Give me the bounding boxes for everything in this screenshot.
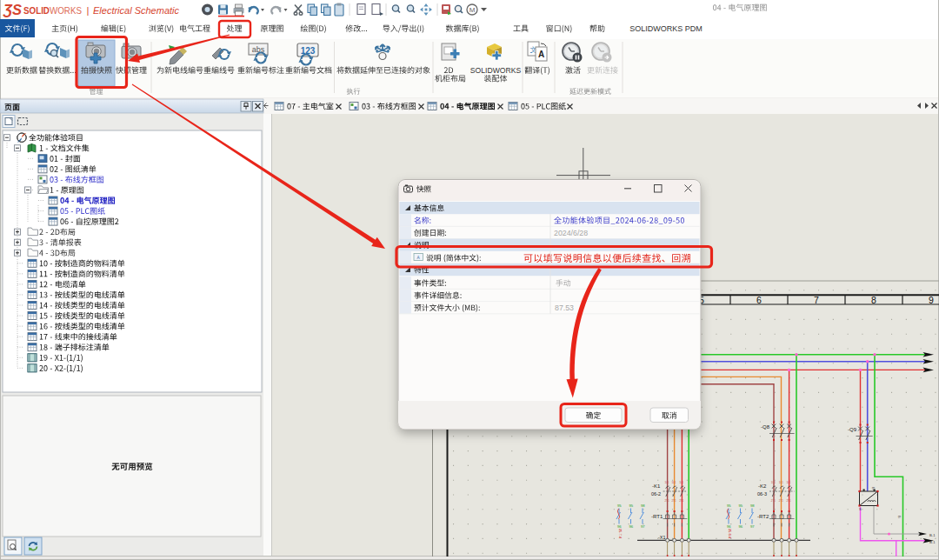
svg-text:A: A xyxy=(538,50,544,59)
svg-text:6: 6 xyxy=(756,295,762,305)
svg-text:95: 95 xyxy=(727,503,731,508)
svg-text:2T1: 2T1 xyxy=(671,499,676,503)
svg-text:|: | xyxy=(87,5,90,16)
svg-text:SOLIDWORKS: SOLIDWORKS xyxy=(23,4,82,17)
svg-text:97: 97 xyxy=(641,524,645,529)
svg-text:Electrical Schematic: Electrical Schematic xyxy=(93,4,179,16)
svg-text:98: 98 xyxy=(750,503,755,508)
svg-text:1L1: 1L1 xyxy=(664,481,669,484)
svg-text:-RT2: -RT2 xyxy=(757,514,769,519)
svg-text:2T1: 2T1 xyxy=(664,499,669,503)
svg-text:05-8-4: 05-8-4 xyxy=(728,529,731,538)
svg-text:87.53: 87.53 xyxy=(555,303,574,312)
svg-text:-Q8: -Q8 xyxy=(761,424,770,430)
svg-text:8: 8 xyxy=(871,295,876,305)
svg-text:1L1: 1L1 xyxy=(771,481,776,484)
svg-text:SOLIDWORKS PDM: SOLIDWORKS PDM xyxy=(629,24,703,33)
svg-text:M: M xyxy=(470,6,476,14)
svg-text:-X1: -X1 xyxy=(658,535,666,540)
svg-text:2T1: 2T1 xyxy=(771,499,776,503)
svg-text:06-3: 06-3 xyxy=(757,491,767,497)
svg-text:95: 95 xyxy=(629,503,634,508)
svg-text:96: 96 xyxy=(629,524,634,529)
svg-text:1L1: 1L1 xyxy=(779,481,783,484)
svg-text:7: 7 xyxy=(814,295,819,305)
svg-text:-K2: -K2 xyxy=(758,483,767,489)
svg-text:-RT1: -RT1 xyxy=(651,514,663,519)
svg-text:-K1: -K1 xyxy=(652,483,661,489)
svg-text:ƷS: ƷS xyxy=(3,2,22,17)
svg-text:2T1: 2T1 xyxy=(779,499,784,503)
svg-text:06-2: 06-2 xyxy=(651,491,661,497)
svg-text:2024/6/28: 2024/6/28 xyxy=(554,229,588,237)
svg-text:95: 95 xyxy=(739,503,743,508)
svg-text:S: S xyxy=(859,507,862,511)
svg-text:2T1: 2T1 xyxy=(679,499,684,503)
svg-text:B-1: B-1 xyxy=(929,533,936,537)
svg-text:2T1: 2T1 xyxy=(786,499,791,503)
svg-text:1L1: 1L1 xyxy=(786,481,790,484)
svg-text:97: 97 xyxy=(750,524,755,529)
svg-text:98: 98 xyxy=(641,503,645,508)
svg-text:B-1: B-1 xyxy=(929,540,936,544)
svg-text:B: B xyxy=(871,487,876,490)
svg-text:05-7-4: 05-7-4 xyxy=(618,529,622,538)
svg-text:1L1: 1L1 xyxy=(671,481,676,484)
svg-text:96: 96 xyxy=(739,524,743,529)
svg-text:B: B xyxy=(897,516,902,518)
svg-text:95: 95 xyxy=(617,503,622,508)
svg-text:SOLIDWORKS: SOLIDWORKS xyxy=(470,66,522,75)
svg-text:-Q9: -Q9 xyxy=(848,427,857,432)
svg-text:1L1: 1L1 xyxy=(679,481,683,484)
svg-text:9: 9 xyxy=(929,295,934,305)
